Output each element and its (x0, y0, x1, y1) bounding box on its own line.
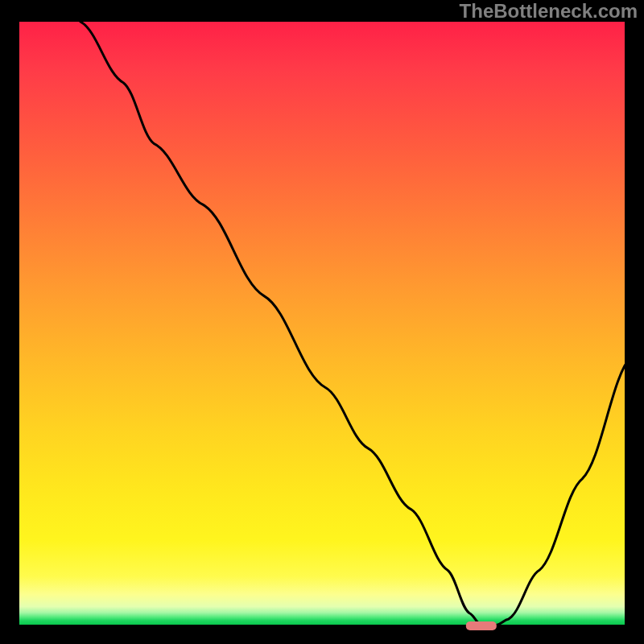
marker-pill (466, 621, 497, 630)
bottleneck-curve (80, 22, 631, 625)
chart-container: TheBottleneck.com (0, 0, 644, 644)
plot-area (16, 19, 628, 628)
watermark-text: TheBottleneck.com (460, 0, 638, 23)
curve-svg (19, 22, 631, 631)
